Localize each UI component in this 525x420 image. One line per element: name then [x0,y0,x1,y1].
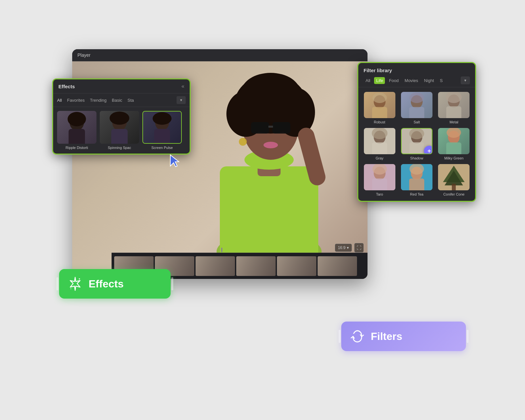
filter-item-robust[interactable]: Robust [363,92,396,124]
filter-thumb-shadow: + [401,128,432,154]
filter-add-button[interactable]: + [424,146,432,154]
filter-label-taro: Taro [376,192,383,196]
filter-item-shadow[interactable]: + Shadow [400,128,433,160]
svg-point-26 [372,93,387,103]
filter-grid: Robust Salt [358,87,475,201]
filter-panel: Filter library All Life Food Movies Nigh… [358,62,476,201]
effects-pill-icon [67,276,83,292]
player-titlebar: Player [72,49,368,61]
effects-panel-tabs: All Favorites Trending Basic Sta ▾ [53,94,190,107]
filter-item-gray[interactable]: Gray [363,128,396,160]
svg-rect-48 [372,178,387,190]
filter-label-shadow: Shadow [410,156,423,160]
svg-rect-9 [251,122,269,134]
svg-rect-10 [272,122,290,134]
filter-thumb-red-tea [401,164,432,190]
scene: Player [33,30,492,390]
effects-tab-dropdown[interactable]: ▾ [177,96,186,104]
filters-pill-handle-left [339,330,341,343]
effect-item-screen-pulse[interactable]: Screen Pulse [142,111,182,150]
filter-tab-life[interactable]: Life [374,77,385,84]
filter-item-red-tea[interactable]: Red Tea [400,164,433,196]
player-title: Player [77,52,91,58]
effect-label-screen-pulse: Screen Pulse [151,146,173,150]
effect-item-ripple[interactable]: Ripple Distorti [57,111,96,150]
filter-item-milky-green[interactable]: Milky Green [437,128,471,160]
filter-tab-s[interactable]: S [438,77,445,84]
filter-item-conifer-cone[interactable]: Conifer Cone [437,164,471,196]
effects-tab-favorites[interactable]: Favorites [67,98,84,103]
effect-item-spinning[interactable]: Spinning Spac [100,111,139,150]
filters-pill-handle-right [467,330,469,343]
filter-thumb-taro [364,164,395,190]
effect-thumb-spinning [100,111,139,144]
filter-tab-food[interactable]: Food [387,77,401,84]
effect-label-spinning: Spinning Spac [108,146,131,150]
svg-rect-56 [452,184,456,190]
svg-rect-21 [111,129,128,144]
filter-panel-header: Filter library All Life Food Movies Nigh… [358,63,475,87]
svg-rect-44 [446,142,461,154]
svg-point-58 [79,278,80,280]
filter-tab-night[interactable]: Night [422,77,436,84]
filter-tab-dropdown[interactable]: ▾ [461,76,470,84]
filter-tabs: All Life Food Movies Night S ▾ [364,76,470,84]
timeline-thumb-6 [318,256,357,276]
effects-panel-close-icon[interactable]: « [181,83,184,89]
aspect-ratio-button[interactable]: 16:9 ▾ [335,244,352,252]
svg-rect-27 [372,107,387,118]
filter-label-robust: Robust [374,120,385,124]
timeline-thumb-3 [196,256,235,276]
filter-item-metal[interactable]: Metal [437,92,471,124]
filter-label-salt: Salt [414,120,420,124]
svg-point-29 [410,93,424,103]
svg-rect-11 [268,126,273,128]
player-controls-bar: 16:9 ▾ ⛶ [335,243,364,252]
effects-tab-sta[interactable]: Sta [128,98,134,103]
svg-rect-18 [69,129,85,144]
effects-pill-text: Effects [89,278,124,290]
filter-tab-movies[interactable]: Movies [403,77,420,84]
fullscreen-button[interactable]: ⛶ [354,243,364,252]
filter-thumb-milky-green [438,128,470,154]
effects-tab-all[interactable]: All [57,98,62,103]
svg-point-59 [71,288,72,289]
effects-panel: Effects « All Favorites Trending Basic S… [52,79,190,154]
svg-rect-37 [372,142,387,154]
filter-label-milky-green: Milky Green [444,156,464,160]
filter-tab-all[interactable]: All [364,77,372,84]
filter-thumb-salt [401,92,432,118]
effect-label-ripple: Ripple Distorti [66,146,88,150]
effect-thumb-ripple [57,111,96,144]
effects-tab-trending[interactable]: Trending [90,98,107,103]
filter-thumb-robust [364,92,395,118]
filter-label-metal: Metal [450,120,458,124]
svg-rect-52 [409,178,424,190]
timeline-thumb-5 [277,256,316,276]
svg-point-8 [241,73,300,112]
filter-item-taro[interactable]: Taro [363,164,396,196]
timeline-indicator: ▐ [220,248,222,252]
filter-thumb-conifer-cone [438,164,470,190]
effects-panel-header: Effects « [53,79,190,94]
effects-pill[interactable]: Effects [59,269,171,299]
svg-point-23 [153,112,172,125]
filters-pill[interactable]: Filters [341,322,466,351]
svg-rect-33 [446,106,461,118]
effects-grid: Ripple Distorti Spinning Spac [53,107,190,154]
filter-thumb-gray [364,128,395,154]
effects-tab-basic[interactable]: Basic [112,98,122,103]
svg-rect-13 [220,176,236,225]
filter-label-conifer-cone: Conifer Cone [443,192,465,196]
filter-panel-title: Filter library [364,68,470,73]
filters-pill-text: Filters [371,330,402,343]
filter-label-red-tea: Red Tea [410,192,424,196]
woman-figure [187,61,351,265]
filter-thumb-metal [438,92,470,118]
filters-pill-icon [349,328,366,345]
effects-panel-title: Effects [58,84,75,89]
svg-point-20 [110,112,129,125]
svg-point-15 [263,142,278,148]
effects-pill-handle-right [171,277,173,290]
filter-item-salt[interactable]: Salt [400,92,433,124]
